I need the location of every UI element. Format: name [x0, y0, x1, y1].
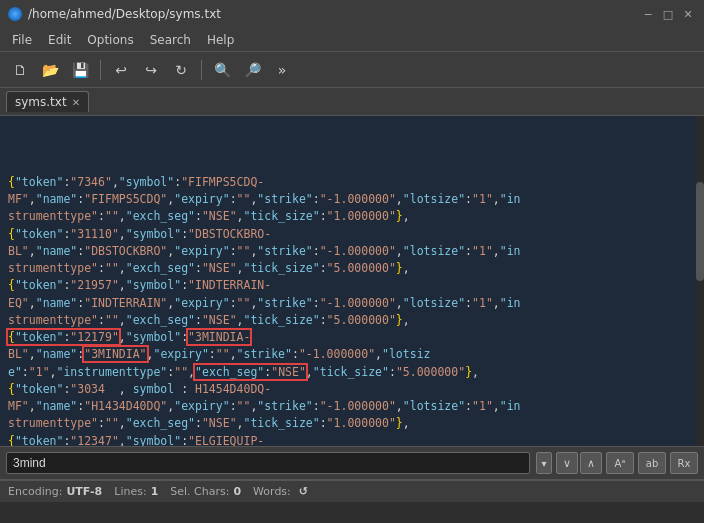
- text-line-11: BL","name":"3MINDIA","expiry":"","strike…: [8, 347, 430, 361]
- lines-label: Lines:: [114, 485, 146, 498]
- text-line-1: {"token":"7346","symbol":"FIFMPS5CDQ-: [8, 175, 264, 189]
- toolbar: 🗋 📂 💾 ↩ ↪ ↻ 🔍 🔎 »: [0, 52, 704, 88]
- text-line-16: {"token":"12347","symbol":"ELGIEQUIP-: [8, 434, 264, 447]
- search-replace-button[interactable]: 🔎: [238, 56, 266, 84]
- save-file-button[interactable]: 💾: [66, 56, 94, 84]
- lines-value: 1: [151, 485, 159, 498]
- text-line-15: strumenttype":"","exch_seg":"NSE","tick_…: [8, 416, 410, 430]
- encoding-value: UTF-8: [66, 485, 102, 498]
- title-bar-left: /home/ahmed/Desktop/syms.txt: [8, 7, 221, 21]
- tab-close-button[interactable]: ✕: [72, 97, 80, 108]
- close-button[interactable]: ✕: [680, 6, 696, 22]
- menu-bar: File Edit Options Search Help: [0, 28, 704, 52]
- toolbar-separator-2: [201, 60, 202, 80]
- undo-button[interactable]: ↩: [107, 56, 135, 84]
- open-file-button[interactable]: 📂: [36, 56, 64, 84]
- editor-scrollbar[interactable]: [696, 116, 704, 446]
- app-icon: [8, 7, 22, 21]
- title-bar: /home/ahmed/Desktop/syms.txt − □ ✕: [0, 0, 704, 28]
- title-bar-controls: − □ ✕: [640, 6, 696, 22]
- text-line-14: MF","name":"H1434D40DQ","expiry":"","str…: [8, 399, 521, 413]
- search-input[interactable]: [6, 452, 530, 474]
- sel-chars-label: Sel. Chars:: [170, 485, 229, 498]
- editor-content: {"token":"7346","symbol":"FIFMPS5CDQ- MF…: [8, 157, 696, 447]
- menu-file[interactable]: File: [4, 31, 40, 49]
- search-case-button[interactable]: Aᵃ: [606, 452, 634, 474]
- encoding-label: Encoding:: [8, 485, 62, 498]
- search-navigation: ∨ ∧: [556, 452, 602, 474]
- text-line-4: {"token":"31110","symbol":"DBSTOCKBRO-: [8, 227, 271, 241]
- text-line-5: BL","name":"DBSTOCKBRO","expiry":"","str…: [8, 244, 521, 258]
- scrollbar-thumb[interactable]: [696, 182, 704, 281]
- words-label: Words:: [253, 485, 291, 498]
- minimize-button[interactable]: −: [640, 6, 656, 22]
- text-line-7: {"token":"21957","symbol":"INDTERRAIN-: [8, 278, 271, 292]
- text-line-3: strumenttype":"","exch_seg":"NSE","tick_…: [8, 209, 410, 223]
- editor-area[interactable]: {"token":"7346","symbol":"FIFMPS5CDQ- MF…: [0, 116, 704, 446]
- text-line-8: EQ","name":"INDTERRAIN","expiry":"","str…: [8, 296, 521, 310]
- search-regex-button[interactable]: Rx: [670, 452, 698, 474]
- text-line-6: strumenttype":"","exch_seg":"NSE","tick_…: [8, 261, 410, 275]
- text-line-10: {"token":"12179","symbol":"3MINDIA-: [8, 330, 250, 344]
- tab-syms-txt[interactable]: syms.txt ✕: [6, 91, 89, 112]
- sel-chars-value: 0: [233, 485, 241, 498]
- toolbar-separator-1: [100, 60, 101, 80]
- new-file-button[interactable]: 🗋: [6, 56, 34, 84]
- search-button[interactable]: 🔍: [208, 56, 236, 84]
- search-prev-button[interactable]: ∨: [556, 452, 578, 474]
- menu-options[interactable]: Options: [79, 31, 141, 49]
- menu-help[interactable]: Help: [199, 31, 242, 49]
- search-whole-word-button[interactable]: ab: [638, 452, 666, 474]
- tab-bar: syms.txt ✕: [0, 88, 704, 116]
- tab-label: syms.txt: [15, 95, 67, 109]
- search-dropdown-button[interactable]: ▾: [536, 452, 552, 474]
- menu-search[interactable]: Search: [142, 31, 199, 49]
- refresh-button[interactable]: ↻: [167, 56, 195, 84]
- menu-edit[interactable]: Edit: [40, 31, 79, 49]
- search-next-button[interactable]: ∧: [580, 452, 602, 474]
- maximize-button[interactable]: □: [660, 6, 676, 22]
- text-line-12: e":"1","instrumenttype":"","exch_seg":"N…: [8, 365, 479, 379]
- text-line-13: {"token":"3034 , symbol : H1454D40DQ-: [8, 382, 271, 396]
- redo-button[interactable]: ↪: [137, 56, 165, 84]
- more-button[interactable]: »: [268, 56, 296, 84]
- text-line-9: strumenttype":"","exch_seg":"NSE","tick_…: [8, 313, 410, 327]
- window-title: /home/ahmed/Desktop/syms.txt: [28, 7, 221, 21]
- status-bar: Encoding: UTF-8 Lines: 1 Sel. Chars: 0 W…: [0, 480, 704, 502]
- text-line-2: MF","name":"FIFMPS5CDQ","expiry":"","str…: [8, 192, 521, 206]
- search-bar: ▾ ∨ ∧ Aᵃ ab Rx: [0, 446, 704, 480]
- refresh-icon[interactable]: ↺: [299, 485, 308, 498]
